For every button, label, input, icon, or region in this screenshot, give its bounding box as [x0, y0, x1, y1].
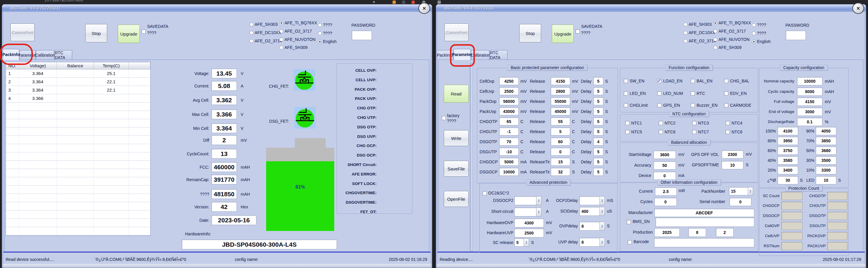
checkbox-EDV_EN[interactable] [724, 91, 728, 96]
pct-voltage-input[interactable]: 4100 [777, 127, 798, 135]
count-field-chgocp[interactable] [781, 202, 803, 210]
radio-AFE_DC10XX[interactable] [250, 31, 253, 35]
checkbox-NTC2[interactable] [659, 121, 663, 125]
delay-dsgocp[interactable]: 5 [593, 168, 603, 176]
param-dsgutp[interactable]: -10 [499, 148, 519, 156]
manufacturer-input[interactable]: ABCDEF [654, 209, 754, 217]
capacity-nominalcapacity[interactable]: 10000 [797, 77, 823, 85]
radio-AFE_TI_BQ76XX[interactable] [279, 21, 283, 25]
password-input[interactable] [352, 30, 372, 40]
tab-rtc-data[interactable]: RTC DATA [55, 50, 72, 60]
capacity-fullvoltage[interactable]: 4150 [797, 98, 823, 106]
count-field-packuvp[interactable] [827, 242, 847, 250]
param-packovp[interactable]: 58000 [499, 97, 519, 105]
checkbox-NTC1[interactable] [625, 121, 629, 125]
small-gray-icon[interactable] [438, 1, 441, 4]
checkbox-NTC5[interactable] [625, 130, 629, 134]
cycles-input[interactable]: 0 [654, 198, 677, 206]
pct-voltage-input[interactable]: 3950 [777, 137, 798, 145]
checkbox-LED_EN[interactable] [624, 91, 628, 96]
pct-voltage-input[interactable]: 3500 [815, 156, 836, 164]
radio-AFE_DC10XX[interactable] [684, 31, 687, 35]
radio-????[interactable] [752, 31, 756, 35]
checkbox-NTC4[interactable] [725, 121, 730, 125]
uvpdelay-input[interactable]: 8▲▼ [579, 238, 605, 247]
capacity-endofvoltage[interactable]: 3000 [797, 108, 823, 116]
barcode-input[interactable] [654, 238, 754, 247]
count-field-sccount[interactable] [781, 192, 803, 200]
count-field-celluvp[interactable] [781, 232, 803, 240]
titlebar[interactable]: JBDTools -V4.3-202201031 [2, 4, 432, 12]
dsgocp2-input[interactable]: ▲▼ [514, 196, 541, 205]
radio-AFE_NUVOTON[interactable] [279, 38, 283, 42]
upgrade-button[interactable]: Upgrade [552, 25, 574, 43]
gpsofftime-input[interactable]: 10 [721, 161, 743, 169]
param-cellovp[interactable]: 4250 [499, 77, 519, 85]
count-field-cellovp[interactable] [781, 222, 803, 230]
count-field-packovp[interactable] [827, 232, 847, 240]
count-field-dsgutp[interactable] [827, 222, 847, 230]
release-packuvp[interactable]: 45000 [551, 107, 570, 115]
savedata-checkbox[interactable] [142, 29, 146, 33]
led-time-input[interactable]: 10 [815, 176, 836, 184]
current-input[interactable]: 2.5 [655, 187, 677, 196]
param-dsgocp[interactable]: 10000 [499, 168, 519, 176]
capacity-cycliccapacity[interactable]: 8000 [797, 87, 823, 96]
bms-sn-input[interactable] [655, 218, 754, 227]
packnumber-input[interactable]: 15▲▼ [729, 187, 753, 195]
radio-English[interactable] [752, 40, 756, 44]
checkbox-LED_NUM[interactable] [657, 91, 661, 96]
delay-dsgutp[interactable]: 5 [593, 148, 603, 156]
dark-extension-icon[interactable] [402, 1, 405, 4]
spinner-buttons[interactable]: ▲▼ [536, 208, 541, 216]
checkbox-NTC6[interactable] [659, 130, 663, 134]
titlebar[interactable]: JBDTools -V4.3-202201031 [436, 4, 866, 12]
release-chgocp[interactable]: 15 [551, 158, 570, 166]
spinner-buttons[interactable]: ▲▼ [599, 207, 604, 216]
delay-dsgotp[interactable]: 4 [593, 138, 603, 145]
checkbox-SW_EN[interactable] [624, 79, 628, 83]
radio-English[interactable] [318, 40, 322, 44]
close-icon[interactable]: ✕ [852, 3, 864, 14]
spinner-buttons[interactable]: ▲▼ [536, 196, 541, 205]
red-extension-icon[interactable] [411, 1, 415, 4]
delay-chgutp[interactable]: 5 [593, 128, 603, 135]
delay-packovp[interactable]: 5 [593, 97, 603, 105]
production-day-input[interactable]: 2 [716, 228, 734, 237]
release-chgutp[interactable]: 5 [551, 128, 570, 135]
capacity-dischargerate[interactable]: 0.1 [797, 118, 823, 126]
spinner-buttons[interactable]: ▲▼ [748, 187, 753, 195]
release-dsgocp[interactable]: 32 [551, 168, 570, 176]
radio-AFE_O2_3717[interactable] [713, 29, 717, 33]
release-celluvp[interactable]: 2800 [551, 87, 570, 95]
checkbox-NTC8[interactable] [725, 130, 730, 134]
radio-AFE_SH309[interactable] [713, 46, 717, 50]
pct-voltage-input[interactable]: 3580 [777, 156, 798, 164]
switch-time-input[interactable]: 30 [777, 176, 798, 184]
pct-voltage-input[interactable]: 3680 [815, 146, 836, 155]
checkbox-BAL_EN[interactable] [691, 79, 695, 83]
upgrade-button[interactable]: Upgrade [118, 25, 140, 43]
tab-rtc-data[interactable]: RTC DATA [490, 50, 507, 60]
radio-AFE_SH309[interactable] [279, 46, 283, 50]
param-dsgotp[interactable]: 70 [499, 138, 519, 145]
radio-????[interactable] [318, 23, 322, 27]
commport-button[interactable]: CommPort [10, 23, 35, 41]
checkbox-oc2sc2[interactable] [483, 191, 487, 195]
ocp2delay-input[interactable]: ▲▼ [579, 196, 605, 205]
spinner-buttons[interactable]: ▲▼ [524, 239, 529, 246]
checkbox-RTC[interactable] [691, 91, 695, 96]
radio-AFE_TI_BQ76XX[interactable] [713, 21, 717, 25]
gpsoffvol-input[interactable]: 2300 [721, 150, 743, 159]
orange-extension-icon[interactable] [393, 1, 396, 4]
stop-button[interactable]: Stop [85, 24, 107, 43]
pct-voltage-input[interactable]: 3400 [777, 166, 798, 174]
param-celluvp[interactable]: 2500 [499, 87, 519, 95]
checkbox-CARMODE[interactable] [724, 103, 728, 107]
commport-button[interactable]: CommPort [444, 23, 469, 41]
sctdelay-input[interactable]: 400▲▼ [579, 207, 605, 216]
hardwareuvp-input[interactable]: 2500 [514, 229, 544, 238]
radio-AFE_SH303[interactable] [250, 23, 253, 26]
count-field-dsgocp[interactable] [781, 212, 803, 220]
screlease-input[interactable]: 5▲▼ [514, 238, 529, 247]
